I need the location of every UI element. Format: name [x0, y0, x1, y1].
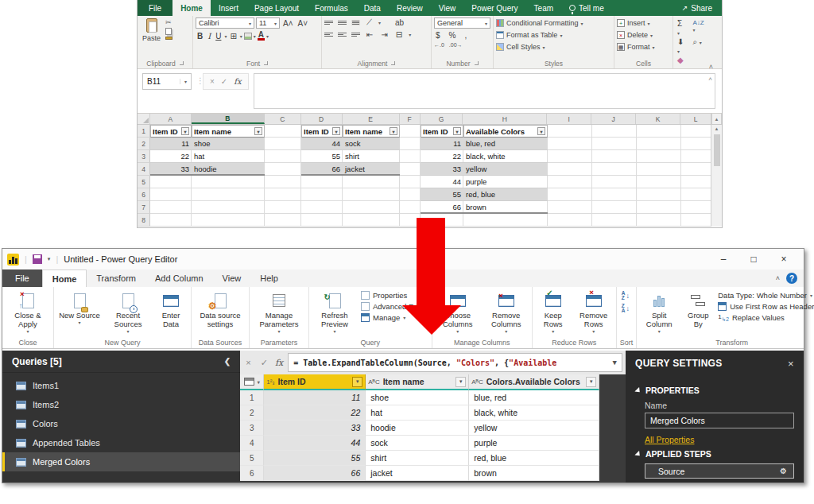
- manage-parameters-button[interactable]: Manage Parameters▾: [253, 289, 305, 335]
- excel-tab-formulas[interactable]: Formulas: [307, 0, 356, 16]
- all-properties-link[interactable]: All Properties: [645, 435, 794, 444]
- new-source-button[interactable]: New Source▾: [57, 289, 102, 326]
- table-cell[interactable]: 66: [301, 163, 343, 176]
- align-top-button[interactable]: [324, 21, 333, 25]
- table-header-cell[interactable]: Available Colors▾: [463, 125, 548, 138]
- column-header-item-id[interactable]: 1²₃Item ID▼: [264, 374, 366, 390]
- fill-color-button[interactable]: [244, 33, 252, 40]
- save-icon[interactable]: [33, 254, 42, 264]
- data-source-settings-button[interactable]: ⚙ Data source settings: [195, 289, 246, 329]
- cell-styles-button[interactable]: Cell Styles ▾: [496, 41, 611, 52]
- query-item-items1[interactable]: Items1: [2, 376, 240, 395]
- group-by-button[interactable]: Group By: [682, 289, 714, 329]
- row-header-8[interactable]: 8: [138, 214, 150, 227]
- table-cell[interactable]: 55: [301, 150, 343, 163]
- row-number[interactable]: 1: [240, 390, 264, 405]
- table-cell[interactable]: jacket: [343, 163, 400, 176]
- table-cell[interactable]: 22: [421, 150, 463, 163]
- font-dialog-launcher[interactable]: [264, 61, 268, 65]
- merge-center-button[interactable]: ⊟: [394, 30, 404, 39]
- grid-cell[interactable]: red, blue: [469, 451, 599, 466]
- percent-button[interactable]: %: [448, 31, 458, 40]
- number-format-select[interactable]: General▾: [434, 17, 490, 29]
- format-as-table-button[interactable]: Format as Table ▾: [496, 29, 611, 41]
- table-header-cell[interactable]: Item ID▾: [150, 125, 192, 138]
- clipboard-dialog-launcher[interactable]: [180, 61, 184, 65]
- increase-decimal-button[interactable]: ←.0: [434, 42, 444, 48]
- table-cell[interactable]: blue, red: [463, 138, 548, 150]
- confirm-entry-icon[interactable]: ✓: [221, 77, 227, 86]
- remove-rows-button[interactable]: × Remove Rows▾: [575, 289, 613, 335]
- grid-cell[interactable]: 55: [264, 451, 366, 466]
- align-right-button[interactable]: [351, 33, 360, 37]
- grid-cell[interactable]: hat: [366, 405, 469, 421]
- refresh-preview-button[interactable]: ↻ Refresh Preview▾: [312, 289, 357, 335]
- pq-tab-view[interactable]: View: [213, 269, 251, 287]
- excel-tab-insert[interactable]: Insert: [211, 0, 246, 16]
- table-header-cell[interactable]: Item ID▾: [301, 125, 343, 138]
- wrap-text-button[interactable]: ab: [393, 18, 405, 27]
- column-header-a[interactable]: A: [150, 114, 192, 124]
- align-middle-button[interactable]: [338, 21, 347, 25]
- table-cell[interactable]: shirt: [343, 150, 400, 163]
- pq-tab-file[interactable]: File: [2, 269, 42, 287]
- orientation-button[interactable]: ⟋: [365, 17, 374, 27]
- vertical-scrollbar[interactable]: ▲: [711, 125, 722, 227]
- grid-cell[interactable]: 66: [264, 466, 366, 481]
- table-cell[interactable]: red, blue: [463, 188, 548, 201]
- table-cell[interactable]: 55: [421, 188, 463, 201]
- insert-cells-button[interactable]: + Insert ▾: [617, 17, 670, 29]
- filter-dropdown-icon[interactable]: ▾: [453, 127, 461, 135]
- replace-values-button[interactable]: 1↳2Replace Values: [718, 313, 814, 323]
- pq-tab-transform[interactable]: Transform: [87, 269, 145, 287]
- sort-ascending-button[interactable]: AZ↓: [622, 291, 630, 300]
- filter-dropdown-icon[interactable]: ▾: [181, 127, 189, 135]
- column-header-d[interactable]: D: [301, 114, 343, 124]
- filter-dropdown-icon[interactable]: ▾: [254, 127, 262, 135]
- column-header-c[interactable]: C: [265, 114, 301, 124]
- grid-cell[interactable]: sock: [366, 436, 469, 451]
- table-cell[interactable]: 33: [421, 163, 463, 176]
- format-painter-button[interactable]: [165, 37, 172, 40]
- table-cell[interactable]: 22: [150, 150, 192, 163]
- row-header-3[interactable]: 3: [138, 150, 150, 163]
- borders-button[interactable]: ⊞: [228, 32, 238, 41]
- sort-filter-button[interactable]: A↓Z ▾: [691, 19, 706, 37]
- cancel-entry-icon[interactable]: ×: [210, 77, 215, 86]
- excel-tab-review[interactable]: Review: [389, 0, 431, 16]
- filter-dropdown-icon[interactable]: ▼: [586, 377, 596, 387]
- table-cell[interactable]: hat: [192, 150, 265, 163]
- close-and-apply-button[interactable]: ×↑ Close & Apply▾: [6, 289, 50, 335]
- table-cell[interactable]: purple: [463, 176, 548, 188]
- column-header-j[interactable]: J: [591, 114, 636, 124]
- grid-cell[interactable]: shoe: [366, 390, 469, 405]
- excel-tab-view[interactable]: View: [431, 0, 464, 16]
- comma-style-button[interactable]: ,: [463, 31, 468, 40]
- row-number[interactable]: 3: [240, 421, 264, 436]
- table-cell[interactable]: shoe: [192, 138, 265, 150]
- table-cell[interactable]: 44: [421, 176, 463, 188]
- query-item-appended-tables[interactable]: Appended Tables: [2, 433, 240, 452]
- row-number[interactable]: 6: [240, 466, 264, 481]
- grid-cell[interactable]: 11: [264, 390, 366, 405]
- alignment-dialog-launcher[interactable]: [391, 61, 395, 65]
- help-icon[interactable]: ?: [786, 273, 797, 284]
- decrease-font-button[interactable]: A˅: [297, 19, 310, 28]
- select-table-corner[interactable]: ▾: [240, 374, 264, 390]
- filter-dropdown-icon[interactable]: ▾: [332, 127, 340, 135]
- decrease-indent-button[interactable]: ⇤: [365, 30, 374, 39]
- table-cell[interactable]: brown: [463, 201, 548, 214]
- filter-dropdown-icon[interactable]: ▾: [390, 127, 397, 135]
- grid-cell[interactable]: purple: [469, 436, 599, 451]
- query-item-items2[interactable]: Items2: [2, 395, 240, 414]
- query-item-merged-colors[interactable]: Merged Colors: [2, 452, 240, 471]
- select-all-corner[interactable]: [138, 114, 150, 124]
- scroll-up-icon[interactable]: ▲: [711, 114, 722, 124]
- increase-indent-button[interactable]: ⇥: [379, 30, 389, 39]
- row-number[interactable]: 2: [240, 405, 264, 421]
- grid-cell[interactable]: 44: [264, 436, 366, 451]
- pq-tab-help[interactable]: Help: [250, 269, 288, 287]
- table-cell[interactable]: 66: [421, 201, 463, 214]
- column-header-e[interactable]: E: [343, 114, 400, 124]
- table-cell[interactable]: sock: [343, 138, 400, 150]
